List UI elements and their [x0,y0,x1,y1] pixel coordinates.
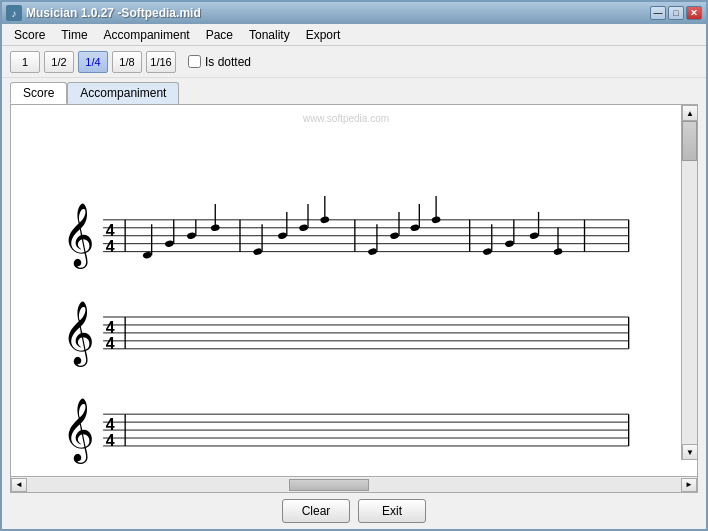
svg-point-14 [142,251,152,259]
maximize-button[interactable]: □ [668,6,684,20]
horizontal-scrollbar: ◄ ► [11,477,697,492]
svg-point-40 [504,240,514,248]
svg-point-30 [367,248,377,256]
note-half-button[interactable]: 1/2 [44,51,74,73]
svg-text:4: 4 [106,319,115,336]
svg-point-18 [186,232,196,240]
menu-export[interactable]: Export [298,26,349,44]
note-whole-button[interactable]: 1 [10,51,40,73]
note-quarter-button[interactable]: 1/4 [78,51,108,73]
svg-text:𝄞: 𝄞 [62,398,95,464]
close-button[interactable]: ✕ [686,6,702,20]
vertical-scrollbar[interactable]: ▲ ▼ [681,105,697,460]
dotted-label: Is dotted [205,55,251,69]
svg-point-22 [253,248,263,256]
svg-point-24 [277,232,287,240]
menu-bar: Score Time Accompaniment Pace Tonality E… [2,24,706,46]
menu-time[interactable]: Time [53,26,95,44]
scroll-down-arrow[interactable]: ▼ [682,444,698,460]
scroll-h-track [27,478,681,492]
menu-pace[interactable]: Pace [198,26,241,44]
note-eighth-button[interactable]: 1/8 [112,51,142,73]
is-dotted-checkbox[interactable] [188,55,201,68]
window-title: Musician 1.0.27 -Softpedia.mid [26,6,201,20]
menu-accompaniment[interactable]: Accompaniment [96,26,198,44]
title-bar-left: ♪ Musician 1.0.27 -Softpedia.mid [6,5,201,21]
svg-point-16 [164,240,174,248]
scroll-up-arrow[interactable]: ▲ [682,105,698,121]
svg-point-38 [482,248,492,256]
svg-point-32 [390,232,400,240]
svg-point-26 [299,224,309,232]
score-area: www.softpedia.com 𝄞 4 4 [10,104,698,477]
dotted-check-group: Is dotted [188,55,251,69]
svg-text:𝄞: 𝄞 [62,203,95,269]
svg-text:4: 4 [106,432,115,449]
clear-button[interactable]: Clear [282,499,350,523]
svg-text:4: 4 [106,222,115,239]
main-window: ♪ Musician 1.0.27 -Softpedia.mid — □ ✕ S… [0,0,708,531]
scroll-right-arrow[interactable]: ► [681,478,697,492]
scroll-v-track [682,121,697,444]
tab-score[interactable]: Score [10,82,67,104]
tabs-bar: Score Accompaniment [2,78,706,104]
svg-text:4: 4 [106,416,115,433]
scroll-h-thumb[interactable] [289,479,369,491]
scroll-left-arrow[interactable]: ◄ [11,478,27,492]
horizontal-scrollbar-container: ◄ ► [10,477,698,493]
svg-text:4: 4 [106,238,115,255]
svg-point-42 [529,232,539,240]
scroll-v-thumb[interactable] [682,121,697,161]
title-bar: ♪ Musician 1.0.27 -Softpedia.mid — □ ✕ [2,2,706,24]
exit-button[interactable]: Exit [358,499,426,523]
toolbar: 1 1/2 1/4 1/8 1/16 Is dotted [2,46,706,78]
minimize-button[interactable]: — [650,6,666,20]
music-notation-svg: 𝄞 4 4 [11,105,681,476]
button-bar: Clear Exit [2,493,706,529]
menu-score[interactable]: Score [6,26,53,44]
window-controls: — □ ✕ [650,6,702,20]
svg-point-34 [410,224,420,232]
svg-text:4: 4 [106,335,115,352]
music-content: www.softpedia.com 𝄞 4 4 [11,105,681,476]
note-sixteenth-button[interactable]: 1/16 [146,51,176,73]
app-icon: ♪ [6,5,22,21]
menu-tonality[interactable]: Tonality [241,26,298,44]
svg-text:𝄞: 𝄞 [62,301,95,367]
tab-accompaniment[interactable]: Accompaniment [67,82,179,104]
